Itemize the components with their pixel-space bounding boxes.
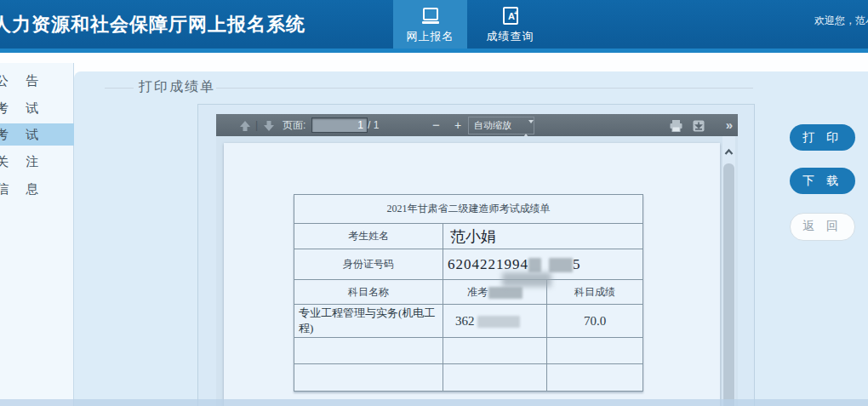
- col-score-header: 科目成绩: [547, 280, 643, 305]
- app-title: 人力资源和社会保障厅网上报名系统: [0, 12, 306, 37]
- sidebar-item-follow[interactable]: 关 注: [0, 151, 69, 173]
- id-value: 6204221994: [448, 256, 528, 272]
- score-sheet-table: 2021年甘肃省二级建造师考试成绩单 考生姓名 范小娟 身份证号码 620422…: [294, 194, 643, 392]
- header-accent-strip: [0, 49, 868, 53]
- svg-text:+: +: [514, 10, 517, 16]
- ticket-cell: 362: [455, 314, 475, 328]
- page-total: / 1: [368, 114, 379, 136]
- name-label: 考生姓名: [294, 224, 443, 249]
- redaction-box: [528, 258, 541, 272]
- welcome-text: 欢迎您，范小娟: [814, 14, 868, 28]
- page-title: 打印成绩单: [139, 78, 215, 96]
- minus-icon[interactable]: −: [432, 114, 440, 136]
- redaction-box: [488, 287, 523, 299]
- empty-cell: [294, 338, 443, 364]
- zoom-mode-value: 自动缩放: [474, 120, 511, 130]
- back-button[interactable]: 返 回: [790, 213, 855, 241]
- tab-online-registration[interactable]: 网上报名: [393, 0, 467, 49]
- empty-cell: [443, 338, 547, 364]
- sidebar-item-exam-1[interactable]: 考 试: [0, 97, 69, 119]
- tab-label: 网上报名: [393, 29, 467, 44]
- chevron-up-icon[interactable]: [723, 146, 734, 158]
- print-button[interactable]: 打 印: [790, 124, 855, 151]
- zoom-mode-select[interactable]: 自动缩放: [468, 117, 534, 134]
- legend-line-left: [105, 88, 134, 89]
- redaction-box: [477, 316, 520, 328]
- double-chevron-right-icon[interactable]: »: [726, 114, 733, 136]
- empty-cell: [547, 364, 643, 392]
- sidebar-item-info[interactable]: 信 息: [0, 178, 69, 200]
- col-subject-header: 科目名称: [294, 280, 443, 305]
- sidebar-item-notice[interactable]: 公 告: [0, 70, 69, 92]
- monitor-icon: [420, 7, 442, 27]
- select-carets-icon: [523, 121, 529, 130]
- page-number-input[interactable]: [311, 117, 368, 133]
- app-header: 人力资源和社会保障厅网上报名系统 网上报名 A + 成绩查询 欢迎您，范小娟: [0, 0, 868, 53]
- name-value: 范小娟: [450, 228, 496, 245]
- score-sheet-title: 2021年甘肃省二级建造师考试成绩单: [294, 195, 643, 224]
- redaction-box: [549, 258, 573, 272]
- subject-cell: 专业工程管理与实务(机电工程): [294, 305, 443, 338]
- pdf-scrollbar[interactable]: [722, 136, 735, 406]
- pdf-frame: | 页面: / 1 − + 自动缩放: [197, 104, 755, 406]
- empty-cell: [294, 364, 443, 392]
- page: 人力资源和社会保障厅网上报名系统 网上报名 A + 成绩查询 欢迎您，范小娟: [0, 0, 868, 406]
- grade-a-plus-icon: A +: [500, 7, 522, 27]
- pdf-viewer: 2021年甘肃省二级建造师考试成绩单 考生姓名 范小娟 身份证号码 620422…: [216, 136, 738, 406]
- download-button[interactable]: 下 载: [790, 168, 855, 194]
- pdf-toolbar: | 页面: / 1 − + 自动缩放: [216, 114, 738, 137]
- bottom-edge-strip: [0, 399, 868, 406]
- scrollbar-thumb[interactable]: [723, 163, 734, 406]
- plus-icon[interactable]: +: [454, 114, 461, 136]
- score-cell: 70.0: [547, 305, 643, 338]
- tab-label: 成绩查询: [473, 29, 547, 44]
- id-value-tail: 5: [573, 256, 581, 272]
- page-label: 页面:: [283, 114, 306, 136]
- id-label: 身份证号码: [294, 249, 443, 280]
- sidebar-item-exam-2[interactable]: 考 试: [0, 123, 74, 146]
- toolbar-separator: |: [255, 114, 258, 136]
- redaction-smudge: [502, 272, 551, 287]
- empty-cell: [547, 338, 643, 364]
- tab-score-query[interactable]: A + 成绩查询: [473, 0, 547, 49]
- pdf-page: 2021年甘肃省二级建造师考试成绩单 考生姓名 范小娟 身份证号码 620422…: [224, 143, 720, 406]
- legend-line-right: [216, 88, 753, 89]
- empty-cell: [443, 364, 547, 392]
- sidebar: 公 告 考 试 考 试 关 注 信 息: [0, 63, 74, 406]
